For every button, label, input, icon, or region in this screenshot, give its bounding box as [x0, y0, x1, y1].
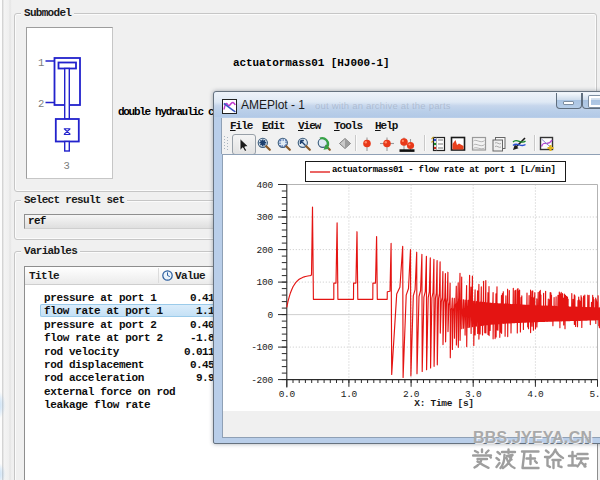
svg-text:5.0: 5.0 — [589, 389, 600, 400]
svg-text:4.0: 4.0 — [527, 389, 544, 400]
svg-text:1.0: 1.0 — [341, 389, 358, 400]
svg-text:200: 200 — [257, 245, 274, 256]
svg-text:X: Time [s]: X: Time [s] — [414, 398, 473, 409]
svg-text:-100: -100 — [251, 342, 273, 353]
svg-text:100: 100 — [257, 277, 274, 288]
svg-text:0: 0 — [267, 310, 273, 321]
svg-text:-200: -200 — [251, 375, 273, 386]
svg-text:1: 1 — [38, 57, 44, 69]
svg-text:0.0: 0.0 — [279, 389, 296, 400]
svg-text:400: 400 — [257, 180, 274, 191]
svg-text:2: 2 — [38, 98, 44, 110]
svg-text:3: 3 — [64, 160, 70, 172]
svg-text:300: 300 — [257, 212, 274, 223]
